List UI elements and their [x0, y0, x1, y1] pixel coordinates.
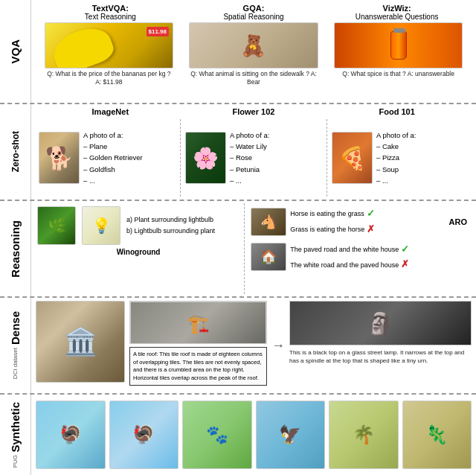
bear-image [189, 22, 318, 68]
lamp-description: This is a black top on a glass street la… [289, 348, 472, 365]
textvqa-item: $11.98 Q: What is the price of the banan… [45, 22, 173, 101]
food-item: A photo of a: – Cake – Pizza – Soup – ..… [332, 119, 469, 197]
aro-pair2-text: The paved road and the white house ✓ The… [290, 242, 409, 273]
winoground-labels: a) Plant surrounding lightbulb b) Lightb… [126, 206, 215, 245]
aro-pair2: The paved road and the white house ✓ The… [251, 242, 470, 273]
synthetic-img-4 [256, 401, 326, 469]
aro-pair1: Horse is eating the grass ✓ Grass is eat… [251, 206, 470, 238]
flower-list: A photo of a: – Water Lily – Rose – Petu… [230, 130, 269, 186]
gqa-header: GQA: Spatial Reasoning [189, 4, 318, 21]
banana-image: $11.98 [45, 22, 173, 68]
dense-right: This is a black top on a glass street la… [289, 301, 472, 390]
roof-image [129, 301, 267, 344]
reasoning-label: Reasoning [0, 201, 31, 296]
synthetic-img-3 [182, 401, 252, 469]
lamp-image [289, 301, 472, 345]
vizwiz-item: Q: What spice is that ? A: unanswerable [334, 22, 463, 101]
lily-image [185, 132, 226, 184]
vizwiz-header: VizWiz: Unanswerable Questions [332, 4, 461, 21]
vqa-label: VQA [0, 0, 31, 103]
food101-header: Food 101 [332, 107, 461, 116]
arrow-icon: → [271, 301, 285, 390]
synthetic-label: Synthetic PUG [0, 395, 31, 475]
winoground-section: a) Plant surrounding lightbulb b) Lightb… [34, 203, 245, 294]
dog-image [39, 132, 80, 184]
synthetic-img-6 [402, 401, 472, 469]
synthetic-img-2 [109, 401, 179, 469]
road-image [251, 243, 286, 271]
zeroshot-label: Zero-shot [0, 104, 31, 200]
gqa-item: Q: What animal is sitting on the sidewal… [189, 22, 318, 101]
imagenet-item: A photo of a: – Plane – Golden Retriever… [39, 119, 176, 197]
horse-image [251, 208, 286, 236]
dense-label: Dense DCI dataset [0, 298, 31, 393]
dense-middle: A tile roof: This tile roof is made of e… [129, 301, 267, 390]
synthetic-img-5 [329, 401, 399, 469]
aro-pair1-text: Horse is eating the grass ✓ Grass is eat… [290, 206, 375, 238]
food-list: A photo of a: – Cake – Pizza – Soup – ..… [376, 130, 416, 186]
dense-caption: A tile roof: This tile roof is made of e… [129, 347, 267, 386]
synthetic-images [31, 395, 476, 475]
synthetic-img-1 [36, 401, 106, 469]
flower-item: A photo of a: – Water Lily – Rose – Petu… [185, 119, 322, 197]
arch-image [36, 301, 125, 383]
aro-label: ARO [449, 217, 470, 226]
textvqa-header: TextVQA: Text Reasoning [46, 4, 175, 21]
imagenet-header: ImageNet [46, 107, 175, 116]
plant-image [37, 206, 76, 245]
flower102-header: Flower 102 [189, 107, 318, 116]
aro-section: Horse is eating the grass ✓ Grass is eat… [248, 203, 473, 294]
spice-image [334, 22, 463, 68]
imagenet-list: A photo of a: – Plane – Golden Retriever… [83, 130, 143, 186]
pizza-image [332, 132, 373, 184]
bulb-image [82, 206, 120, 245]
